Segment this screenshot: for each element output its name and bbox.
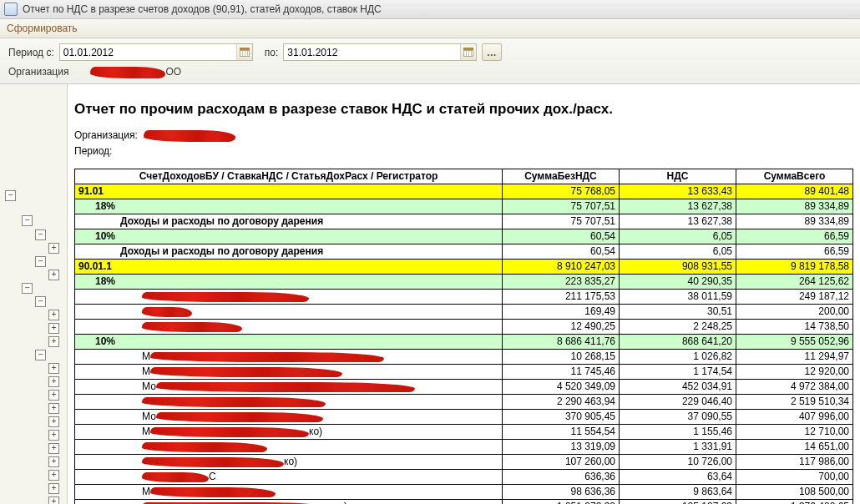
table-row[interactable]: 211 175,5338 011,59249 187,12 bbox=[75, 289, 853, 304]
row-label bbox=[75, 319, 503, 334]
tree-toggle[interactable]: + bbox=[48, 310, 59, 320]
report-pane[interactable]: Отчет по прочим расходам в разрезе ставо… bbox=[68, 84, 860, 504]
tree-toggle[interactable]: − bbox=[22, 283, 33, 294]
calendar-icon bbox=[463, 48, 473, 57]
cell-value: 30,51 bbox=[620, 304, 736, 319]
cell-value: 12 490,25 bbox=[503, 319, 620, 334]
period-from-input[interactable] bbox=[60, 45, 236, 60]
tree-toggle[interactable]: − bbox=[35, 256, 46, 267]
table-row[interactable]: Мо4 520 349,09452 034,914 972 384,00 bbox=[75, 379, 853, 394]
cell-value: 11 554,54 bbox=[503, 424, 620, 439]
period-to-input[interactable] bbox=[284, 45, 460, 60]
tree-toggle[interactable]: + bbox=[48, 470, 59, 481]
cell-value: 75 707,51 bbox=[503, 199, 620, 214]
toolbar: Сформировать bbox=[0, 19, 860, 38]
cell-value: 211 175,53 bbox=[503, 289, 620, 304]
redacted-text bbox=[144, 130, 235, 142]
period-select-button[interactable]: … bbox=[482, 43, 502, 61]
table-row[interactable]: Доходы и расходы по договору дарения60,5… bbox=[75, 244, 853, 259]
redacted-text bbox=[142, 397, 326, 407]
table-row[interactable]: 91.0175 768,0513 633,4389 401,48 bbox=[75, 184, 853, 199]
redacted-text bbox=[156, 382, 415, 392]
table-row[interactable]: 169,4930,51200,00 bbox=[75, 304, 853, 319]
tree-toggle[interactable]: + bbox=[48, 403, 59, 414]
period-from-field[interactable] bbox=[59, 43, 253, 61]
tree-toggle[interactable]: + bbox=[48, 376, 59, 387]
tree-toggle[interactable]: − bbox=[35, 229, 46, 240]
cell-value: 1 376 400,65 bbox=[736, 499, 853, 504]
cell-value: 1 331,91 bbox=[620, 439, 736, 454]
cell-value: 66,59 bbox=[736, 244, 853, 259]
table-row[interactable]: 18%223 835,2740 290,35264 125,62 bbox=[75, 274, 853, 289]
tree-toggle[interactable]: + bbox=[48, 336, 59, 347]
tree-toggle[interactable]: + bbox=[48, 390, 59, 401]
cell-value: 13 319,09 bbox=[503, 439, 620, 454]
table-row[interactable]: 18%75 707,5113 627,3889 334,89 bbox=[75, 199, 853, 214]
redacted-text bbox=[142, 472, 209, 482]
redacted-text bbox=[142, 322, 242, 332]
table-row[interactable]: ко)107 260,0010 726,00117 986,00 bbox=[75, 454, 853, 469]
period-to-field[interactable] bbox=[283, 43, 477, 61]
generate-button[interactable]: Сформировать bbox=[7, 23, 78, 34]
cell-value: 1 026,82 bbox=[620, 349, 736, 364]
tree-toggle[interactable]: + bbox=[48, 496, 59, 504]
cell-value: 8 686 411,76 bbox=[503, 334, 620, 349]
table-row[interactable]: Доходы и расходы по договору дарения75 7… bbox=[75, 214, 853, 229]
cell-value: 14 651,00 bbox=[736, 439, 853, 454]
tree-toggle[interactable]: − bbox=[35, 296, 46, 307]
cell-value: 2 519 510,34 bbox=[736, 394, 853, 409]
table-row[interactable]: 90.01.18 910 247,03908 931,559 819 178,5… bbox=[75, 259, 853, 274]
tree-toggle[interactable]: + bbox=[48, 456, 59, 467]
organization-value: ОО bbox=[73, 66, 181, 78]
table-row[interactable]: М11 745,461 174,5412 920,00 bbox=[75, 364, 853, 379]
tree-toggle[interactable]: + bbox=[48, 443, 59, 454]
cell-value: 169,49 bbox=[503, 304, 620, 319]
cell-value: 11 294,97 bbox=[736, 349, 853, 364]
cell-value: 75 707,51 bbox=[503, 214, 620, 229]
tree-toggle[interactable]: + bbox=[48, 323, 59, 334]
row-label: ко) bbox=[75, 499, 503, 504]
tree-toggle[interactable]: − bbox=[35, 350, 46, 360]
table-row[interactable]: М10 268,151 026,8211 294,97 bbox=[75, 349, 853, 364]
table-row[interactable]: 2 290 463,94229 046,402 519 510,34 bbox=[75, 394, 853, 409]
col-header-total: СуммаВсего bbox=[736, 169, 853, 184]
table-row[interactable]: М98 636,369 863,64108 500,00 bbox=[75, 484, 853, 499]
table-row[interactable]: Мо370 905,4537 090,55407 996,00 bbox=[75, 409, 853, 424]
cell-value: 200,00 bbox=[736, 304, 853, 319]
tree-toggle[interactable]: + bbox=[48, 483, 59, 494]
app-window: Отчет по НДС в разрезе счетов доходов (9… bbox=[0, 0, 860, 504]
tree-toggle[interactable]: − bbox=[5, 190, 16, 201]
row-label: Мко) bbox=[75, 424, 503, 439]
table-row[interactable]: Мко)11 554,541 155,4612 710,00 bbox=[75, 424, 853, 439]
row-label bbox=[75, 439, 503, 454]
cell-value: 108 500,00 bbox=[736, 484, 853, 499]
tree-gutter: − − − + − + − − + + + − + + + + + + + + … bbox=[0, 84, 68, 504]
tree-toggle[interactable]: − bbox=[22, 215, 33, 226]
redacted-text bbox=[90, 67, 165, 78]
tree-toggle[interactable]: + bbox=[48, 416, 59, 427]
cell-value: 4 972 384,00 bbox=[736, 379, 853, 394]
cell-value: 2 248,25 bbox=[620, 319, 736, 334]
cell-value: 1 174,54 bbox=[620, 364, 736, 379]
table-row[interactable]: ко)1 251 273,32125 127,331 376 400,65 bbox=[75, 499, 853, 504]
table-row[interactable]: 10%60,546,0566,59 bbox=[75, 229, 853, 244]
cell-value: 4 520 349,09 bbox=[503, 379, 620, 394]
row-label: С bbox=[75, 469, 503, 484]
table-row[interactable]: С636,3663,64700,00 bbox=[75, 469, 853, 484]
table-row[interactable]: 10%8 686 411,76868 641,209 555 052,96 bbox=[75, 334, 853, 349]
cell-value: 40 290,35 bbox=[620, 274, 736, 289]
tree-toggle[interactable]: + bbox=[48, 363, 59, 374]
tree-toggle[interactable]: + bbox=[48, 270, 59, 280]
table-row[interactable]: 13 319,091 331,9114 651,00 bbox=[75, 439, 853, 454]
tree-toggle[interactable]: + bbox=[48, 430, 59, 441]
row-label: 18% bbox=[75, 274, 503, 289]
cell-value: 75 768,05 bbox=[503, 184, 620, 199]
cell-value: 13 627,38 bbox=[620, 214, 736, 229]
tree-toggle[interactable]: + bbox=[48, 243, 59, 254]
period-to-calendar-button[interactable] bbox=[460, 44, 476, 60]
table-row[interactable]: 12 490,252 248,2514 738,50 bbox=[75, 319, 853, 334]
cell-value: 6,05 bbox=[620, 244, 736, 259]
form-area: Период с: по: … Организация ОО bbox=[0, 38, 860, 84]
period-from-calendar-button[interactable] bbox=[236, 44, 252, 60]
cell-value: 117 986,00 bbox=[736, 454, 853, 469]
